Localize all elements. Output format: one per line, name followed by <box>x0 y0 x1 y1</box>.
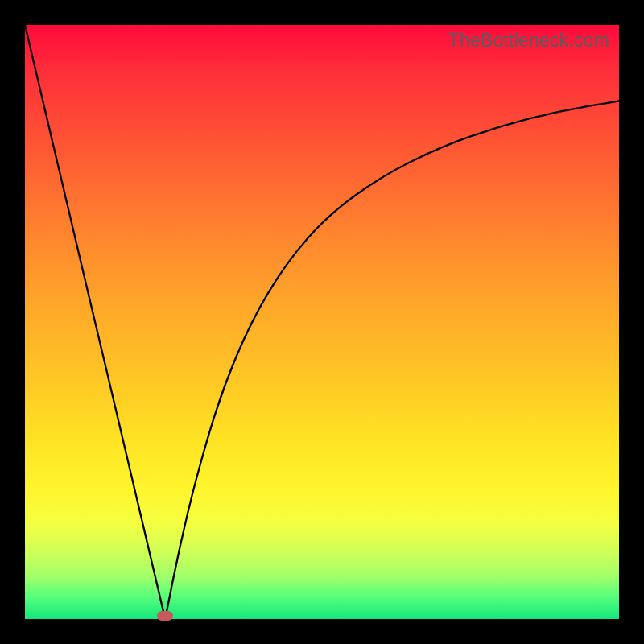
plot-area: TheBottleneck.com <box>25 25 619 619</box>
minimum-marker <box>157 611 173 621</box>
curve-right-branch <box>165 101 619 620</box>
curve-left-branch <box>25 25 165 619</box>
bottleneck-curve <box>25 25 619 619</box>
